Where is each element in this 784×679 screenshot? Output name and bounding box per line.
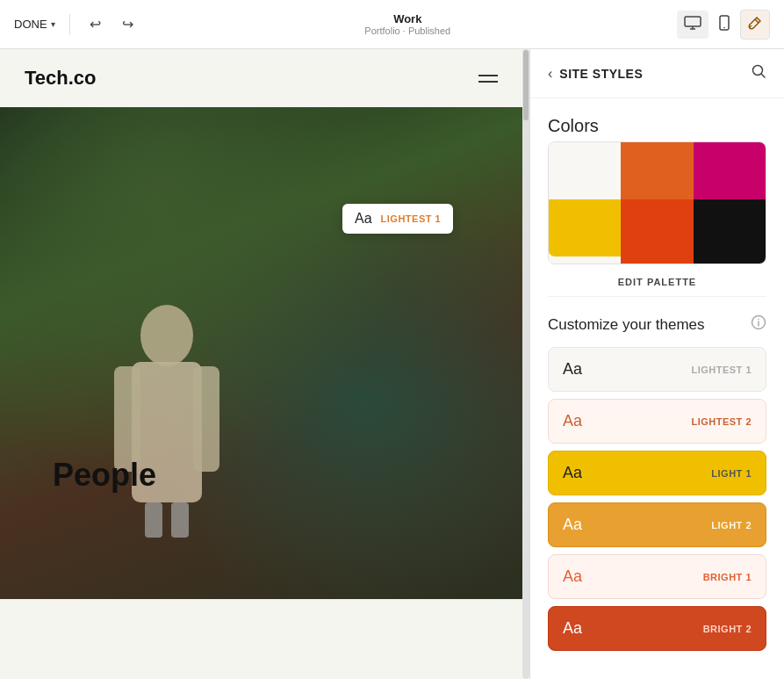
monitor-icon	[684, 16, 701, 30]
theme-aa-label: Aa	[563, 619, 582, 638]
page-subtitle: Portfolio · Published	[149, 25, 666, 36]
svg-rect-10	[171, 502, 189, 538]
theme-item-bright2[interactable]: AaBRIGHT 2	[548, 606, 766, 651]
palette-red[interactable]	[621, 199, 693, 256]
palette-black[interactable]	[694, 199, 766, 256]
done-label: DONE	[14, 18, 47, 31]
panel-search-button[interactable]	[751, 63, 766, 83]
theme-aa-label: Aa	[563, 516, 582, 534]
toolbar-divider	[69, 14, 70, 35]
hamburger-menu[interactable]	[478, 75, 498, 83]
main-area: Tech.co Aa LIGHTEST 1	[0, 49, 784, 679]
desktop-view-button[interactable]	[677, 11, 708, 39]
svg-point-11	[753, 66, 763, 76]
scrollbar-thumb	[523, 50, 529, 120]
theme-aa-label: Aa	[563, 360, 582, 379]
svg-rect-0	[685, 17, 701, 26]
svg-point-5	[140, 305, 193, 366]
tooltip-tag: LIGHTEST 1	[381, 213, 442, 224]
canvas-scrollbar[interactable]	[522, 49, 529, 679]
theme-tag-label: LIGHT 2	[711, 520, 752, 531]
theme-tag-label: LIGHTEST 1	[691, 365, 752, 375]
hamburger-line	[478, 75, 498, 76]
palette-orange[interactable]	[621, 142, 693, 199]
theme-tag-label: LIGHTEST 2	[691, 416, 752, 427]
theme-item-light2[interactable]: AaLIGHT 2	[548, 502, 766, 547]
info-icon	[751, 314, 766, 330]
theme-item-lightest1[interactable]: AaLIGHTEST 1	[548, 347, 766, 392]
theme-tag-label: LIGHT 1	[711, 468, 752, 479]
panel-content: Colors EDIT PALETTE	[530, 98, 784, 679]
info-button[interactable]	[751, 314, 766, 335]
svg-point-4	[723, 26, 725, 28]
page-title: Work	[149, 12, 666, 25]
site-logo: Tech.co	[25, 67, 97, 90]
palette-yellow[interactable]	[549, 199, 621, 256]
site-header: Tech.co	[0, 49, 522, 107]
hero-figure	[97, 283, 237, 546]
hamburger-line	[478, 81, 498, 83]
right-panel: ‹ SITE STYLES Colors	[529, 49, 784, 679]
view-icons	[677, 10, 770, 40]
panel-header-left: ‹ SITE STYLES	[548, 66, 643, 82]
theme-tag-label: BRIGHT 1	[703, 572, 752, 582]
svg-rect-9	[145, 502, 162, 538]
themes-section-header: Customize your themes	[548, 314, 766, 335]
theme-aa-label: Aa	[563, 464, 582, 482]
palette-magenta[interactable]	[694, 142, 766, 199]
edit-palette-button[interactable]: EDIT PALETTE	[548, 268, 766, 297]
svg-line-12	[762, 75, 766, 78]
brush-button[interactable]	[740, 10, 770, 40]
brush-icon	[748, 16, 762, 30]
svg-point-15	[758, 319, 759, 321]
search-icon	[751, 63, 766, 79]
site-preview: Tech.co Aa LIGHTEST 1	[0, 49, 522, 679]
hero-background	[0, 107, 522, 599]
colors-section-label: Colors	[548, 116, 766, 136]
themes-section-title: Customize your themes	[548, 316, 705, 334]
page-info: Work Portfolio · Published	[149, 12, 666, 36]
theme-item-bright1[interactable]: AaBRIGHT 1	[548, 554, 766, 599]
undo-button[interactable]: ↩	[84, 12, 106, 37]
hero-text: People	[53, 457, 156, 494]
canvas-area: Tech.co Aa LIGHTEST 1	[0, 49, 529, 679]
redo-button[interactable]: ↪	[117, 12, 139, 37]
svg-rect-7	[114, 366, 140, 472]
color-palette-overlay	[548, 141, 766, 257]
mobile-icon	[719, 15, 730, 31]
panel-back-button[interactable]: ‹	[548, 66, 552, 82]
panel-title: SITE STYLES	[559, 67, 643, 81]
theme-aa-label: Aa	[563, 412, 582, 430]
tooltip-aa-label: Aa	[355, 211, 372, 227]
svg-rect-8	[193, 366, 219, 472]
theme-item-lightest2[interactable]: AaLIGHTEST 2	[548, 399, 766, 444]
toolbar: DONE ▾ ↩ ↪ Work Portfolio · Published	[0, 0, 784, 49]
done-button[interactable]: DONE ▾	[14, 18, 55, 31]
panel-header: ‹ SITE STYLES	[530, 49, 784, 98]
chevron-down-icon: ▾	[51, 19, 55, 29]
mobile-view-button[interactable]	[712, 10, 737, 40]
theme-list: AaLIGHTEST 1AaLIGHTEST 2AaLIGHT 1AaLIGHT…	[548, 347, 766, 651]
theme-item-light1[interactable]: AaLIGHT 1	[548, 451, 766, 495]
hero-image: People	[0, 107, 522, 599]
theme-aa-label: Aa	[563, 567, 582, 586]
theme-tag-label: BRIGHT 2	[703, 624, 752, 634]
aa-tooltip: Aa LIGHTEST 1	[342, 204, 453, 234]
